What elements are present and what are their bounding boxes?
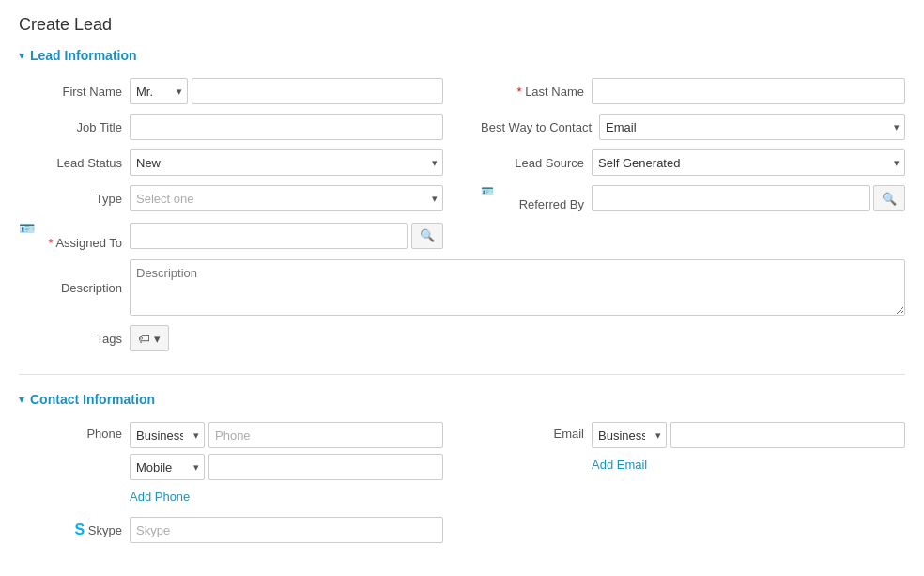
lead-info-chevron: ▾ <box>19 49 24 62</box>
assigned-to-input[interactable]: Sofia Meyer <box>130 223 408 249</box>
phone-type2-wrap: Business Mobile Home Other Fax <box>130 454 205 480</box>
first-name-input[interactable]: Jacob <box>192 78 443 104</box>
description-col: Description <box>19 259 905 316</box>
lead-status-wrap: New Assigned In Process Converted Recycl… <box>130 149 443 176</box>
phone2-input[interactable]: 1234567890 <box>208 454 443 480</box>
skype-input[interactable] <box>130 517 443 543</box>
last-name-input[interactable]: Adams j <box>592 78 905 104</box>
add-email-link[interactable]: Add Email <box>592 458 647 472</box>
assigned-to-icon: 🪪 <box>19 221 122 236</box>
email-type-select[interactable]: Business Home Other <box>592 422 667 448</box>
referred-by-col: 🪪 Referred By Sofia Meyer 🔍 <box>481 185 905 211</box>
description-label: Description <box>19 281 122 295</box>
jobtitle-row: Job Title VP, Creative Brand Manager Bes… <box>19 114 905 140</box>
skype-wrap <box>130 517 443 543</box>
lead-source-label: Lead Source <box>481 156 584 170</box>
lead-info-header[interactable]: ▾ Lead Information <box>19 48 905 63</box>
phone-type1-select[interactable]: Business Mobile Home Other Fax <box>130 422 205 448</box>
contact-info-header[interactable]: ▾ Contact Information <box>19 392 905 407</box>
lead-source-select-wrap: Self Generated Cold Call Existing Custom… <box>592 149 905 176</box>
last-name-label: * Last Name <box>481 85 584 99</box>
tags-wrap: 🏷 ▾ <box>130 325 443 351</box>
best-way-label: Best Way to Contact <box>481 120 592 134</box>
lead-status-select[interactable]: New Assigned In Process Converted Recycl… <box>130 149 443 176</box>
type-label: Type <box>19 192 122 206</box>
best-way-select[interactable]: Email Phone Any <box>599 114 905 140</box>
phone-left-container: Phone Business Mobile Home Other Fax <box>19 422 443 504</box>
email-label: Email <box>481 422 584 504</box>
lead-info-title: Lead Information <box>30 48 137 63</box>
first-name-wrap: Mr. Ms. Mrs. Dr. Jacob <box>130 78 443 104</box>
assigned-to-row: 🪪 * Assigned To Sofia Meyer 🔍 <box>19 221 905 250</box>
email-input[interactable]: lastone@berijam.com <box>670 422 905 448</box>
lead-information-section: ▾ Lead Information First Name Mr. Ms. Mr… <box>19 48 905 351</box>
tags-label: Tags <box>19 332 122 346</box>
description-wrap <box>130 259 905 316</box>
job-title-wrap: VP, Creative Brand Manager <box>130 114 443 140</box>
email-type-wrap: Business Home Other <box>592 422 667 448</box>
description-row: Description <box>19 259 905 316</box>
referred-by-label: 🪪 Referred By <box>481 185 584 211</box>
assigned-to-label: 🪪 * Assigned To <box>19 221 122 250</box>
phone-email-row: Phone Business Mobile Home Other Fax <box>19 422 905 504</box>
tags-chevron-icon: ▾ <box>154 332 161 346</box>
tags-icon: 🏷 <box>138 332 150 346</box>
referred-by-search-button[interactable]: 🔍 <box>873 185 905 211</box>
type-referred-row: Type Select one Analyst Competitor Custo… <box>19 185 905 211</box>
phone-fields: Business Mobile Home Other Fax Business <box>130 422 443 504</box>
type-col: Type Select one Analyst Competitor Custo… <box>19 185 443 211</box>
referred-by-input[interactable]: Sofia Meyer <box>592 185 870 211</box>
best-way-select-wrap: Email Phone Any <box>599 114 905 140</box>
email-right-container: Email Business Home Other lastone@berija… <box>481 422 905 504</box>
lead-source-wrap: Self Generated Cold Call Existing Custom… <box>592 149 905 176</box>
lead-source-select[interactable]: Self Generated Cold Call Existing Custom… <box>592 149 905 176</box>
skype-col: S Skype <box>19 517 443 543</box>
type-select[interactable]: Select one Analyst Competitor Customer I… <box>130 185 443 211</box>
phone2-row: Business Mobile Home Other Fax 123456789… <box>130 454 443 480</box>
phone-type1-wrap: Business Mobile Home Other Fax <box>130 422 205 448</box>
job-title-col: Job Title VP, Creative Brand Manager <box>19 114 443 140</box>
tags-col: Tags 🏷 ▾ <box>19 325 443 351</box>
job-title-input[interactable]: VP, Creative Brand Manager <box>130 114 443 140</box>
skype-icon: S <box>75 522 85 537</box>
status-source-row: Lead Status New Assigned In Process Conv… <box>19 149 905 176</box>
phone-type2-select[interactable]: Business Mobile Home Other Fax <box>130 454 205 480</box>
contact-info-chevron: ▾ <box>19 393 24 406</box>
best-way-wrap: Email Phone Any <box>599 114 905 140</box>
email-fields: Business Home Other lastone@berijam.com … <box>592 422 905 504</box>
best-way-col: Best Way to Contact Email Phone Any <box>481 114 905 140</box>
lead-status-label: Lead Status <box>19 156 122 170</box>
add-phone-link[interactable]: Add Phone <box>130 490 190 504</box>
type-wrap: Select one Analyst Competitor Customer I… <box>130 185 443 211</box>
first-name-col: First Name Mr. Ms. Mrs. Dr. Jacob <box>19 78 443 104</box>
assigned-to-search-button[interactable]: 🔍 <box>411 223 443 249</box>
lead-source-col: Lead Source Self Generated Cold Call Exi… <box>481 149 905 176</box>
contact-info-title: Contact Information <box>30 392 155 407</box>
lead-status-select-wrap: New Assigned In Process Converted Recycl… <box>130 149 443 176</box>
page-title: Create Lead <box>19 15 905 35</box>
last-name-col: * Last Name Adams j <box>481 78 905 104</box>
first-name-label: First Name <box>19 85 122 99</box>
referred-by-icon: 🪪 <box>481 185 584 197</box>
phone1-input[interactable] <box>208 422 443 448</box>
assigned-to-col: 🪪 * Assigned To Sofia Meyer 🔍 <box>19 221 443 250</box>
phone-label: Phone <box>19 422 122 504</box>
last-name-wrap: Adams j <box>592 78 905 104</box>
type-select-wrap: Select one Analyst Competitor Customer I… <box>130 185 443 211</box>
skype-label: S Skype <box>19 522 122 538</box>
skype-row: S Skype <box>19 517 905 543</box>
tags-button[interactable]: 🏷 ▾ <box>130 325 169 351</box>
contact-information-section: ▾ Contact Information Phone Business Mob… <box>19 392 905 543</box>
referred-by-wrap: Sofia Meyer 🔍 <box>592 185 905 211</box>
description-textarea[interactable] <box>130 259 905 316</box>
email-row: Business Home Other lastone@berijam.com <box>592 422 905 448</box>
assigned-to-wrap: Sofia Meyer 🔍 <box>130 223 443 249</box>
section-divider <box>19 374 905 375</box>
name-prefix-select-wrap: Mr. Ms. Mrs. Dr. <box>130 78 188 104</box>
tags-row: Tags 🏷 ▾ <box>19 325 905 351</box>
job-title-label: Job Title <box>19 120 122 134</box>
phone1-row: Business Mobile Home Other Fax <box>130 422 443 448</box>
lead-status-col: Lead Status New Assigned In Process Conv… <box>19 149 443 176</box>
name-row: First Name Mr. Ms. Mrs. Dr. Jacob * Last… <box>19 78 905 104</box>
name-prefix-select[interactable]: Mr. Ms. Mrs. Dr. <box>130 78 188 104</box>
